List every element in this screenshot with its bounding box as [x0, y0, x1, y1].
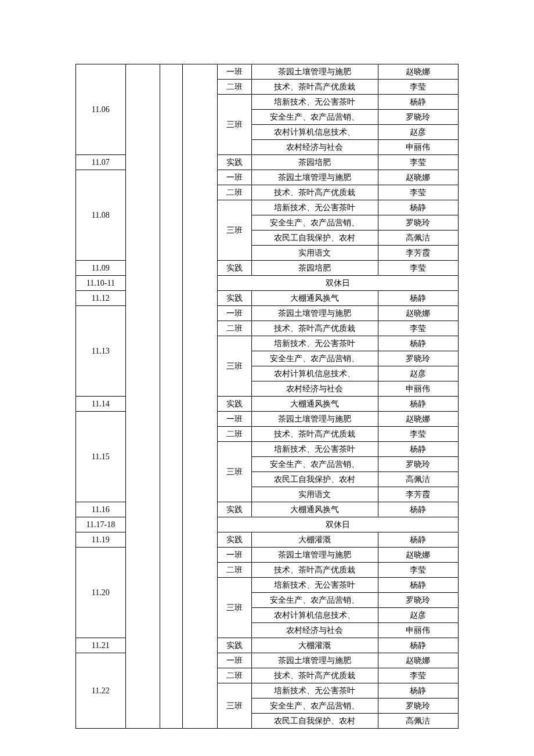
teacher-cell: 杨静	[378, 336, 458, 351]
table-row: 11.06一班茶园土壤管理与施肥赵晓娜	[76, 64, 459, 80]
teacher-cell: 杨静	[378, 200, 458, 215]
class-cell: 三班	[217, 336, 251, 397]
teacher-cell: 赵彦	[378, 608, 458, 623]
subject-cell: 安全生产、农产品营销、	[252, 215, 378, 231]
schedule-table: 11.06一班茶园土壤管理与施肥赵晓娜二班技术、茶叶高产优质栽李莹三班培新技术、…	[75, 64, 459, 729]
blank-column	[160, 64, 183, 729]
class-cell: 三班	[217, 200, 251, 261]
date-cell: 11.17-18	[76, 517, 126, 532]
subject-cell: 大棚通风换气	[252, 397, 378, 412]
teacher-cell: 罗晓玲	[378, 593, 458, 608]
class-cell: 实践	[217, 502, 251, 517]
date-cell: 11.14	[76, 397, 126, 412]
subject-cell: 农村经济与社会	[252, 381, 378, 397]
subject-cell: 培新技术、无公害茶叶	[252, 95, 378, 110]
teacher-cell: 李莹	[378, 80, 458, 95]
teacher-cell: 杨静	[378, 638, 458, 653]
teacher-cell: 李莹	[378, 155, 458, 170]
subject-cell: 茶园土壤管理与施肥	[252, 653, 378, 668]
date-cell: 11.21	[76, 638, 126, 653]
subject-cell: 安全生产、农产品营销、	[252, 110, 378, 125]
subject-cell: 培新技术、无公害茶叶	[252, 442, 378, 457]
document-page: 11.06一班茶园土壤管理与施肥赵晓娜二班技术、茶叶高产优质栽李莹三班培新技术、…	[0, 0, 534, 756]
schedule-body: 11.06一班茶园土壤管理与施肥赵晓娜二班技术、茶叶高产优质栽李莹三班培新技术、…	[76, 64, 459, 729]
teacher-cell: 罗晓玲	[378, 699, 458, 714]
teacher-cell: 罗晓玲	[378, 351, 458, 366]
teacher-cell: 李莹	[378, 668, 458, 683]
subject-cell: 实用语文	[252, 246, 378, 261]
class-cell: 二班	[217, 563, 251, 578]
subject-cell: 实用语文	[252, 487, 378, 502]
date-cell: 11.15	[76, 412, 126, 502]
class-cell: 二班	[217, 668, 251, 683]
teacher-cell: 高佩洁	[378, 714, 458, 729]
teacher-cell: 罗晓玲	[378, 457, 458, 472]
subject-cell: 农村计算机信息技术、	[252, 608, 378, 623]
subject-cell: 技术、茶叶高产优质栽	[252, 321, 378, 336]
teacher-cell: 杨静	[378, 95, 458, 110]
teacher-cell: 杨静	[378, 578, 458, 593]
class-cell: 三班	[217, 578, 251, 638]
class-cell: 一班	[217, 306, 251, 321]
blank-column	[125, 64, 160, 729]
teacher-cell: 罗晓玲	[378, 110, 458, 125]
teacher-cell: 杨静	[378, 532, 458, 548]
teacher-cell: 李芳霞	[378, 487, 458, 502]
class-cell: 实践	[217, 291, 251, 306]
class-cell: 三班	[217, 442, 251, 502]
teacher-cell: 申丽伟	[378, 381, 458, 397]
teacher-cell: 李莹	[378, 321, 458, 336]
date-cell: 11.06	[76, 64, 126, 155]
teacher-cell: 李莹	[378, 563, 458, 578]
teacher-cell: 赵晓娜	[378, 170, 458, 185]
teacher-cell: 高佩洁	[378, 472, 458, 487]
date-cell: 11.07	[76, 155, 126, 170]
class-cell: 实践	[217, 532, 251, 548]
teacher-cell: 申丽伟	[378, 140, 458, 155]
teacher-cell: 杨静	[378, 291, 458, 306]
subject-cell: 技术、茶叶高产优质栽	[252, 563, 378, 578]
holiday-cell: 双休日	[217, 517, 458, 532]
date-cell: 11.10-11	[76, 276, 126, 291]
subject-cell: 农村经济与社会	[252, 140, 378, 155]
teacher-cell: 李芳霞	[378, 246, 458, 261]
class-cell: 三班	[217, 683, 251, 729]
subject-cell: 大棚灌溉	[252, 638, 378, 653]
subject-cell: 大棚灌溉	[252, 532, 378, 548]
subject-cell: 茶园土壤管理与施肥	[252, 548, 378, 563]
subject-cell: 安全生产、农产品营销、	[252, 457, 378, 472]
subject-cell: 技术、茶叶高产优质栽	[252, 80, 378, 95]
teacher-cell: 杨静	[378, 442, 458, 457]
subject-cell: 技术、茶叶高产优质栽	[252, 185, 378, 200]
class-cell: 二班	[217, 427, 251, 442]
holiday-cell: 双休日	[217, 276, 458, 291]
subject-cell: 茶园土壤管理与施肥	[252, 306, 378, 321]
teacher-cell: 杨静	[378, 502, 458, 517]
date-cell: 11.12	[76, 291, 126, 306]
class-cell: 三班	[217, 95, 251, 155]
class-cell: 一班	[217, 653, 251, 668]
subject-cell: 农民工自我保护、农村	[252, 472, 378, 487]
class-cell: 二班	[217, 80, 251, 95]
subject-cell: 茶园土壤管理与施肥	[252, 412, 378, 427]
teacher-cell: 杨静	[378, 397, 458, 412]
teacher-cell: 李莹	[378, 261, 458, 276]
subject-cell: 茶园培肥	[252, 261, 378, 276]
teacher-cell: 赵晓娜	[378, 64, 458, 80]
subject-cell: 茶园土壤管理与施肥	[252, 64, 378, 80]
class-cell: 一班	[217, 412, 251, 427]
subject-cell: 培新技术、无公害茶叶	[252, 683, 378, 699]
class-cell: 实践	[217, 397, 251, 412]
date-cell: 11.20	[76, 548, 126, 638]
class-cell: 实践	[217, 261, 251, 276]
teacher-cell: 高佩洁	[378, 231, 458, 246]
date-cell: 11.22	[76, 653, 126, 729]
subject-cell: 大棚通风换气	[252, 502, 378, 517]
teacher-cell: 赵彦	[378, 125, 458, 140]
subject-cell: 茶园培肥	[252, 155, 378, 170]
subject-cell: 技术、茶叶高产优质栽	[252, 427, 378, 442]
subject-cell: 茶园土壤管理与施肥	[252, 170, 378, 185]
subject-cell: 农村计算机信息技术、	[252, 366, 378, 381]
subject-cell: 培新技术、无公害茶叶	[252, 578, 378, 593]
subject-cell: 农民工自我保护、农村	[252, 714, 378, 729]
